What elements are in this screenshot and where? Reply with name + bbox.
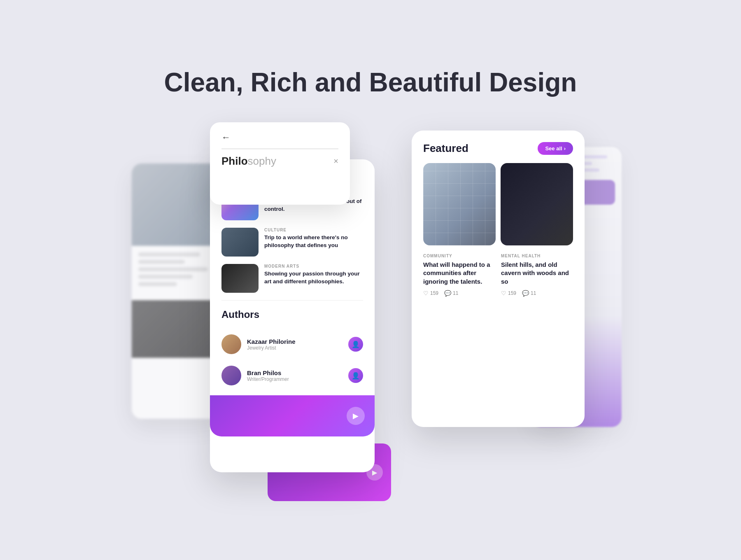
card-left-blurred <box>132 163 222 419</box>
article-headline: Trip to a world where there's no philoso… <box>264 234 363 250</box>
feat-stats: ♡ 159 💬 11 <box>501 290 573 296</box>
see-all-label: See all <box>545 145 562 152</box>
author-item[interactable]: Bran Philos Writer/Programmer 👤 <box>210 360 375 391</box>
feat-stats: ♡ 159 💬 11 <box>423 290 495 296</box>
featured-card-section: COMMUNITY What will happend to a communi… <box>423 254 573 296</box>
cards-scene: ← Philosophy × Articles ECONOMY The new … <box>144 122 597 493</box>
feat-category: COMMUNITY <box>423 254 495 258</box>
article-thumbnail <box>221 264 259 293</box>
comments-stat: 💬 11 <box>522 290 536 296</box>
author-item[interactable]: Kazaar Philorine Jewelry Artist 👤 <box>210 329 375 360</box>
featured-image-dark <box>501 163 573 245</box>
author-name: Kazaar Philorine <box>247 338 343 345</box>
author-info: Bran Philos Writer/Programmer <box>247 369 343 382</box>
person-add-icon: 👤 <box>352 372 360 380</box>
article-meta: MODERN ARTS Showing your passion through… <box>264 264 363 286</box>
feat-category: MENTAL HEALTH <box>501 254 573 258</box>
author-avatar <box>221 366 241 385</box>
card-main: Articles ECONOMY The new world's philoso… <box>210 159 375 472</box>
author-avatar <box>221 334 241 354</box>
query-light: sophy <box>248 155 276 167</box>
chevron-right-icon: › <box>564 145 566 152</box>
comments-stat: 💬 11 <box>444 290 458 296</box>
article-category: MODERN ARTS <box>264 264 363 268</box>
page-title: Clean, Rich and Beautiful Design <box>164 67 577 98</box>
search-card: ← Philosophy × <box>210 122 350 205</box>
section-divider <box>221 300 363 301</box>
featured-image-aerial <box>423 163 496 245</box>
author-follow-button[interactable]: 👤 <box>348 337 363 352</box>
back-icon[interactable]: ← <box>221 132 338 143</box>
likes-stat: ♡ 159 <box>501 290 516 296</box>
featured-article-card[interactable]: COMMUNITY What will happend to a communi… <box>423 254 495 296</box>
likes-count: 159 <box>430 290 438 296</box>
author-role: Writer/Programmer <box>247 376 343 382</box>
article-item[interactable]: CULTURE Trip to a world where there's no… <box>221 228 363 257</box>
article-meta: CULTURE Trip to a world where there's no… <box>264 228 363 250</box>
author-name: Bran Philos <box>247 369 343 376</box>
featured-card: Featured See all › COMMUNITY What will h… <box>412 131 585 427</box>
author-role: Jewelry Artist <box>247 345 343 351</box>
heart-icon: ♡ <box>423 290 429 296</box>
likes-stat: ♡ 159 <box>423 290 438 296</box>
authors-section-title: Authors <box>221 309 363 320</box>
article-category: CULTURE <box>264 228 363 232</box>
featured-header: Featured See all › <box>423 142 573 155</box>
author-follow-button[interactable]: 👤 <box>348 368 363 383</box>
featured-article-card[interactable]: MENTAL HEALTH Silent hills, and old cave… <box>501 254 573 296</box>
featured-title: Featured <box>423 142 468 155</box>
search-query: Philosophy <box>221 155 276 168</box>
article-item[interactable]: MODERN ARTS Showing your passion through… <box>221 264 363 293</box>
author-info: Kazaar Philorine Jewelry Artist <box>247 338 343 351</box>
article-headline: Showing your passion through your art an… <box>264 270 363 286</box>
comments-count: 11 <box>453 290 458 296</box>
search-row: Philosophy × <box>221 155 338 168</box>
article-thumbnail <box>221 228 259 257</box>
person-add-icon: 👤 <box>352 341 360 348</box>
play-button[interactable]: ▶ <box>347 407 365 425</box>
comment-icon: 💬 <box>522 290 529 296</box>
featured-images <box>423 163 573 245</box>
likes-count: 159 <box>508 290 516 296</box>
comments-count: 11 <box>531 290 536 296</box>
card-bottom-bar: ▶ <box>210 395 375 436</box>
search-clear-icon[interactable]: × <box>333 156 338 166</box>
heart-icon: ♡ <box>501 290 506 296</box>
see-all-button[interactable]: See all › <box>538 142 573 155</box>
comment-icon: 💬 <box>444 290 451 296</box>
query-bold: Philo <box>221 155 248 167</box>
feat-title: Silent hills, and old cavern with woods … <box>501 261 573 286</box>
search-divider <box>221 149 338 149</box>
feat-title: What will happend to a communities after… <box>423 261 495 286</box>
